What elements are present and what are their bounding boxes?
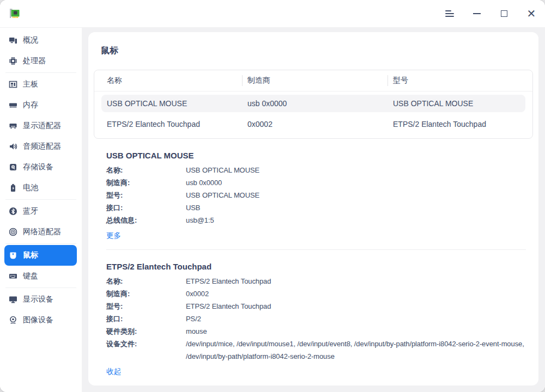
column-header-name[interactable]: 名称 (101, 70, 242, 91)
cell-model: ETPS/2 Elantech Touchpad (387, 115, 525, 133)
detail-label: 硬件类别: (106, 325, 186, 338)
close-button[interactable]: ✕ (518, 0, 545, 27)
detail-row: 名称: ETPS/2 Elantech Touchpad (106, 275, 526, 287)
detail-row: 名称: USB OPTICAL MOUSE (106, 164, 526, 176)
app-logo-pci-card-icon (8, 7, 22, 21)
sidebar-item-label: 内存 (23, 100, 38, 110)
detail-row: 制造商: 0x0002 (106, 287, 526, 300)
minimize-button[interactable] (463, 0, 491, 27)
detail-label: 型号: (106, 189, 186, 201)
detail-row: 制造商: usb 0x0000 (106, 176, 526, 189)
detail-row: 硬件类别: mouse (106, 325, 526, 338)
detail-value: USB OPTICAL MOUSE (186, 164, 526, 176)
detail-value: ETPS/2 Elantech Touchpad (186, 300, 526, 313)
detail-row: 型号: ETPS/2 Elantech Touchpad (106, 300, 526, 313)
sidebar-item-label: 图像设备 (23, 315, 53, 325)
table-header-row: 名称 制造商 型号 (94, 70, 532, 91)
sidebar-item-image-device[interactable]: 图像设备 (4, 310, 77, 330)
detail-value: USB (186, 201, 526, 214)
sidebar-item-overview[interactable]: 概况 (4, 30, 77, 51)
detail-value: USB OPTICAL MOUSE (186, 189, 526, 201)
device-detail-title: USB OPTICAL MOUSE (106, 151, 526, 160)
detail-row: 型号: USB OPTICAL MOUSE (106, 189, 526, 201)
sidebar-item-keyboard[interactable]: 键盘 (4, 266, 77, 286)
detail-value: 0x0002 (186, 287, 526, 300)
sidebar-item-label: 处理器 (23, 56, 46, 66)
speaker-icon (9, 142, 17, 151)
sidebar-item-display-device[interactable]: 显示设备 (4, 289, 77, 310)
sidebar-divider (5, 199, 76, 200)
section-divider (106, 249, 526, 250)
table-row[interactable]: ETPS/2 Elantech Touchpad 0x0002 ETPS/2 E… (101, 115, 525, 133)
cell-model: USB OPTICAL MOUSE (387, 95, 525, 112)
sidebar-divider (5, 287, 76, 288)
detail-row: 接口: PS/2 (106, 313, 526, 325)
sidebar-item-network-adapter[interactable]: 网络适配器 (4, 222, 77, 242)
display-adapter-icon (9, 121, 17, 130)
app-body: 概况 处理器 主板 内存 (0, 28, 545, 392)
detail-label: 制造商: (106, 176, 186, 189)
memory-icon (9, 101, 17, 109)
menu-button[interactable] (436, 0, 463, 27)
cell-vendor: 0x0002 (242, 115, 387, 133)
cell-name: ETPS/2 Elantech Touchpad (101, 115, 242, 133)
detail-label: 型号: (106, 300, 186, 313)
sidebar: 概况 处理器 主板 内存 (0, 28, 82, 392)
detail-label: 制造商: (106, 287, 186, 300)
mouse-icon (9, 251, 17, 260)
titlebar: ✕ (0, 0, 545, 28)
sidebar-item-label: 显示适配器 (23, 121, 61, 131)
sidebar-item-label: 显示设备 (23, 295, 53, 304)
monitor-icon (9, 295, 17, 304)
cell-vendor: usb 0x0000 (242, 95, 387, 112)
sidebar-item-motherboard[interactable]: 主板 (4, 74, 77, 95)
main-area: 鼠标 名称 制造商 型号 USB OPTICAL MOUSE usb 0x000… (82, 28, 545, 392)
cpu-icon (9, 57, 17, 65)
detail-label: 接口: (106, 201, 186, 214)
sidebar-divider (5, 243, 76, 244)
detail-label: 设备文件: (106, 338, 186, 363)
webcam-icon (9, 316, 17, 324)
battery-icon (9, 183, 17, 192)
column-header-model[interactable]: 型号 (387, 70, 525, 91)
detail-row: 设备文件: /dev/input/mice, /dev/input/mouse1… (106, 338, 526, 363)
motherboard-icon (9, 80, 17, 89)
sidebar-item-bluetooth[interactable]: 蓝牙 (4, 201, 77, 222)
sidebar-item-mouse[interactable]: 鼠标 (4, 245, 77, 266)
sidebar-item-label: 鼠标 (23, 250, 38, 260)
menu-icon (445, 10, 454, 17)
sidebar-item-memory[interactable]: 内存 (4, 95, 77, 115)
hard-drive-icon (9, 163, 17, 171)
detail-label: 名称: (106, 275, 186, 287)
sidebar-item-label: 概况 (23, 35, 38, 45)
minimize-icon (473, 13, 481, 14)
sidebar-item-label: 电池 (23, 183, 38, 193)
maximize-button[interactable] (491, 0, 518, 27)
device-table: 名称 制造商 型号 USB OPTICAL MOUSE usb 0x0000 U… (94, 70, 533, 139)
expand-more-link[interactable]: 更多 (106, 231, 121, 241)
sidebar-item-audio-adapter[interactable]: 音频适配器 (4, 136, 77, 157)
cell-name: USB OPTICAL MOUSE (101, 95, 242, 112)
detail-value: mouse (186, 325, 526, 338)
sidebar-item-display-adapter[interactable]: 显示适配器 (4, 115, 77, 136)
sidebar-item-battery[interactable]: 电池 (4, 177, 77, 198)
content-card: 鼠标 名称 制造商 型号 USB OPTICAL MOUSE usb 0x000… (88, 32, 538, 385)
page-title: 鼠标 (101, 45, 526, 57)
column-header-vendor[interactable]: 制造商 (242, 70, 387, 91)
device-detail-section: ETPS/2 Elantech Touchpad 名称: ETPS/2 Elan… (106, 262, 526, 377)
detail-row: 总线信息: usb@1:5 (106, 214, 526, 226)
sidebar-item-processor[interactable]: 处理器 (4, 51, 77, 71)
sidebar-item-label: 音频适配器 (23, 142, 61, 151)
keyboard-icon (9, 272, 17, 280)
collapse-link[interactable]: 收起 (106, 367, 121, 377)
detail-label: 总线信息: (106, 214, 186, 226)
detail-value: usb 0x0000 (186, 176, 526, 189)
detail-label: 接口: (106, 313, 186, 325)
sidebar-item-label: 蓝牙 (23, 206, 38, 216)
maximize-icon (501, 10, 507, 17)
detail-row: 接口: USB (106, 201, 526, 214)
table-row[interactable]: USB OPTICAL MOUSE usb 0x0000 USB OPTICAL… (101, 95, 525, 112)
bluetooth-icon (9, 207, 17, 216)
close-icon: ✕ (527, 8, 536, 19)
sidebar-item-storage[interactable]: 存储设备 (4, 157, 77, 177)
